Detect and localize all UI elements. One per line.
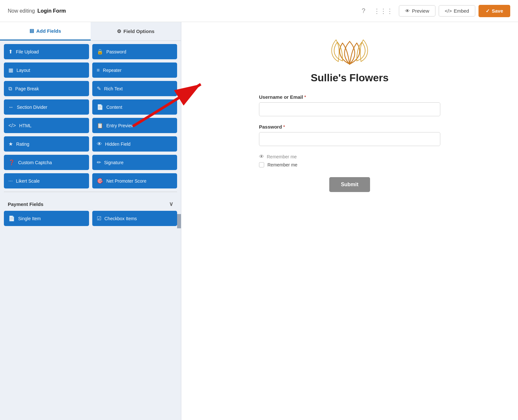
username-field: Username or Email * — [259, 94, 440, 116]
sidebar-collapse-button[interactable]: ‹ — [177, 214, 181, 228]
password-input[interactable] — [259, 132, 440, 146]
payment-chevron-icon[interactable]: ∨ — [169, 200, 173, 208]
editing-title: Now editing Login Form — [8, 8, 66, 14]
fields-row-2: ▦ Layout ≡ Repeater — [4, 62, 177, 78]
code-icon: </> — [445, 8, 452, 14]
field-btn-repeater[interactable]: ≡ Repeater — [92, 62, 177, 78]
sliders-icon: ⚙ — [117, 28, 121, 34]
checkbox-items-icon: ☑ — [97, 215, 101, 221]
field-btn-hidden-field[interactable]: 👁 Hidden Field — [92, 136, 177, 152]
eye-icon: 👁 — [405, 8, 410, 14]
editing-prefix: Now editing — [8, 8, 35, 14]
field-btn-likert-scale[interactable]: ··· Likert Scale — [4, 173, 89, 188]
preview-pane: Sullie's Flowers Username or Email * Pas… — [181, 22, 518, 420]
html-icon: </> — [8, 123, 16, 129]
remember-icon: 👁 — [259, 154, 264, 160]
nps-icon: 🎯 — [97, 178, 103, 184]
field-btn-net-promoter-score[interactable]: 🎯 Net Promoter Score — [92, 173, 177, 188]
field-btn-custom-captcha[interactable]: ❓ Custom Captcha — [4, 155, 89, 170]
check-icon: ✓ — [486, 8, 490, 14]
fields-row-7: ❓ Custom Captcha ✏ Signature — [4, 155, 177, 170]
field-btn-page-break[interactable]: ⧉ Page Break — [4, 81, 89, 96]
help-icon[interactable]: ? — [359, 5, 368, 17]
upload-icon: ⬆ — [8, 49, 13, 55]
form-preview: Sullie's Flowers Username or Email * Pas… — [259, 35, 440, 192]
form-logo — [330, 35, 369, 69]
remember-me-checkbox-row: Remember me — [259, 162, 440, 167]
payment-fields-label: Payment Fields — [8, 201, 43, 207]
annotation-arrow — [181, 74, 214, 139]
layout-icon: ▦ — [8, 67, 13, 73]
star-icon: ★ — [8, 141, 13, 147]
field-btn-checkbox-items[interactable]: ☑ Checkbox Items — [92, 211, 177, 226]
username-input[interactable] — [259, 102, 440, 116]
fields-row-6: ★ Rating 👁 Hidden Field — [4, 136, 177, 152]
payment-fields-section: Payment Fields ∨ — [4, 195, 177, 211]
fields-row-4: ↔ Section Divider 📄 Content — [4, 99, 177, 115]
likert-icon: ··· — [8, 178, 13, 184]
field-btn-file-upload[interactable]: ⬆ File Upload — [4, 44, 89, 59]
form-name: Login Form — [38, 8, 66, 14]
section-divider-icon: ↔ — [8, 104, 14, 110]
topbar: Now editing Login Form ? ⋮⋮⋮ 👁 Preview <… — [0, 0, 518, 22]
lock-icon: 🔒 — [97, 49, 103, 55]
save-button[interactable]: ✓ Save — [479, 5, 510, 17]
field-btn-signature[interactable]: ✏ Signature — [92, 155, 177, 170]
page-break-icon: ⧉ — [8, 86, 12, 92]
field-btn-password[interactable]: 🔒 Password — [92, 44, 177, 59]
sidebar-tabs: ▤ Add Fields ⚙ Field Options — [0, 22, 181, 41]
field-btn-single-item[interactable]: 📄 Single Item — [4, 211, 89, 226]
password-required: * — [283, 124, 285, 129]
field-btn-html[interactable]: </> HTML — [4, 118, 89, 133]
remember-me-checkbox[interactable] — [259, 162, 264, 167]
form-title: Sullie's Flowers — [311, 72, 389, 84]
rich-text-icon: ✎ — [97, 85, 101, 92]
fields-row-1: ⬆ File Upload 🔒 Password — [4, 44, 177, 59]
signature-icon: ✏ — [97, 159, 101, 165]
password-field: Password * — [259, 124, 440, 146]
remember-me-text: Remember me — [267, 162, 298, 167]
table-icon: ▤ — [29, 28, 34, 34]
captcha-icon: ❓ — [8, 159, 15, 165]
field-btn-entry-preview[interactable]: 📋 Entry Preview — [92, 118, 177, 133]
remember-section-label: Remember me — [267, 154, 297, 159]
field-btn-section-divider[interactable]: ↔ Section Divider — [4, 99, 89, 115]
field-btn-content[interactable]: 📄 Content — [92, 99, 177, 115]
entry-preview-icon: 📋 — [97, 122, 103, 129]
preview-button[interactable]: 👁 Preview — [399, 5, 435, 17]
lotus-svg — [330, 35, 369, 67]
submit-button[interactable]: Submit — [329, 177, 370, 192]
eye-hidden-icon: 👁 — [97, 141, 102, 147]
sidebar-panel: ▤ Add Fields ⚙ Field Options ⬆ File Uplo… — [0, 22, 181, 420]
field-btn-rich-text[interactable]: ✎ Rich Text — [92, 81, 177, 96]
field-btn-layout[interactable]: ▦ Layout — [4, 62, 89, 78]
remember-me-section: 👁 Remember me Remember me — [259, 154, 440, 167]
field-btn-rating[interactable]: ★ Rating — [4, 136, 89, 152]
username-label: Username or Email * — [259, 94, 440, 100]
payment-row-1: 📄 Single Item ☑ Checkbox Items — [4, 211, 177, 226]
content-icon: 📄 — [97, 104, 103, 110]
embed-button[interactable]: </> Embed — [439, 5, 475, 17]
remember-me-section-label-row: 👁 Remember me — [259, 154, 440, 160]
fields-row-5: </> HTML 📋 Entry Preview — [4, 118, 177, 133]
fields-row-3: ⧉ Page Break ✎ Rich Text — [4, 81, 177, 96]
password-label: Password * — [259, 124, 440, 130]
username-required: * — [304, 95, 306, 99]
grid-icon[interactable]: ⋮⋮⋮ — [371, 5, 396, 17]
tab-add-fields[interactable]: ▤ Add Fields — [0, 22, 91, 40]
fields-grid: ⬆ File Upload 🔒 Password ▦ Layout ≡ Repe… — [0, 41, 181, 420]
single-item-icon: 📄 — [8, 215, 15, 221]
fields-row-8: ··· Likert Scale 🎯 Net Promoter Score — [4, 173, 177, 188]
tab-field-options[interactable]: ⚙ Field Options — [91, 22, 181, 40]
repeater-icon: ≡ — [97, 67, 100, 73]
